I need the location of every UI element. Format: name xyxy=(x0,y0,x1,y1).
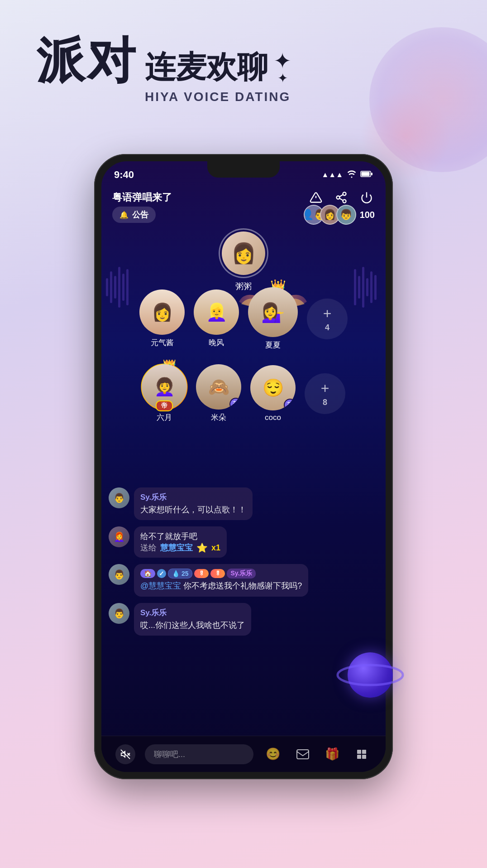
battery-icon xyxy=(360,170,373,179)
announcement-bar: 🔔 公告 xyxy=(112,207,156,223)
badge-special-1: 🎖 xyxy=(194,569,209,578)
seats-row1: 👩 元气酱 👱‍♀️ 晚风 xyxy=(139,287,348,350)
seat-avatar-coco: 😌 艺 xyxy=(250,365,296,410)
badge-num: 💧 25 xyxy=(168,569,192,579)
seat-coco[interactable]: 😌 艺 coco xyxy=(250,365,296,422)
tagline-en: HIYA VOICE DATING xyxy=(145,90,291,104)
svg-line-9 xyxy=(339,195,343,197)
status-time: 9:40 xyxy=(114,169,134,181)
badge-home: 🏠 xyxy=(140,569,155,578)
svg-line-8 xyxy=(339,198,343,201)
chat-text-1: 大家想听什么，可以点歌！！ xyxy=(140,504,246,516)
phone-device: 9:40 ▲▲▲ xyxy=(94,154,393,779)
seat-avatar-xiaxia: 💁‍♀️ xyxy=(248,287,298,337)
gift-count: x1 xyxy=(211,543,220,553)
svg-rect-21 xyxy=(362,755,366,759)
seat-miduo[interactable]: 🙈 艺 米朵 xyxy=(196,364,241,423)
mail-icon xyxy=(293,744,313,764)
power-icon[interactable] xyxy=(358,189,375,206)
chat-username-1: Sy.乐乐 xyxy=(140,492,246,502)
warning-icon[interactable] xyxy=(308,189,324,206)
grid-icon xyxy=(352,744,372,764)
gift-button[interactable]: 🎁 xyxy=(322,744,342,764)
seat-plus-button-2[interactable]: + 8 xyxy=(305,373,345,414)
chat-text-2: 给不了就放手吧 xyxy=(140,531,220,542)
svg-rect-20 xyxy=(357,755,361,759)
main-title: 派对 xyxy=(36,36,138,85)
seat-wanfeng[interactable]: 👱‍♀️ 晚风 xyxy=(194,289,239,348)
chat-avatar-3: 👨 xyxy=(109,564,129,585)
seat-name-yuanqijiang: 元气酱 xyxy=(151,338,174,348)
seat-yuanqijiang[interactable]: 👩 元气酱 xyxy=(139,289,185,348)
seat-name-coco: coco xyxy=(265,413,281,422)
status-icons: ▲▲▲ xyxy=(321,170,373,180)
svg-rect-19 xyxy=(362,750,366,754)
svg-point-7 xyxy=(343,200,346,203)
seat-badge-coco: 艺 xyxy=(284,399,296,410)
host-avatar: 👩 xyxy=(219,228,268,278)
chat-username-4: Sy.乐乐 xyxy=(140,608,245,618)
svg-point-5 xyxy=(343,192,346,195)
chat-avatar-4: 👨 xyxy=(109,603,129,624)
bell-icon: 🔔 xyxy=(119,211,129,219)
wave-left xyxy=(106,242,133,333)
seat-june[interactable]: 👑 👩‍🦱 xyxy=(142,364,187,423)
seat-avatar-miduo: 🙈 艺 xyxy=(196,364,241,410)
chat-input[interactable]: 聊聊吧... xyxy=(145,744,253,764)
chat-bubble-4: Sy.乐乐 哎...你们这些人我啥也不说了 xyxy=(134,603,251,636)
host-seat[interactable]: 👩 粥粥 xyxy=(219,228,268,292)
chat-bubble-3: 🏠 ✓ 💧 25 🎖 🎖 Sy.乐乐 @慧慧宝宝 你不考虑送我个礼物感谢下我吗? xyxy=(134,564,308,596)
seat-badge-miduo: 艺 xyxy=(229,398,241,410)
bottom-bar: 聊聊吧... 😊 🎁 xyxy=(101,736,386,772)
share-icon[interactable] xyxy=(333,189,349,206)
seat-avatar-yuanqijiang: 👩 xyxy=(139,289,185,335)
mail-button[interactable] xyxy=(293,744,313,764)
badge-check: ✓ xyxy=(157,569,166,578)
seat-plus-1[interactable]: + 4 xyxy=(307,299,348,339)
gift-star-icon: ⭐ xyxy=(196,542,208,553)
chat-message-4: 👨 Sy.乐乐 哎...你们这些人我啥也不说了 xyxy=(109,603,378,636)
svg-point-6 xyxy=(337,196,340,199)
badge-special-2: 🎖 xyxy=(210,569,225,578)
seat-plus-2[interactable]: + 8 xyxy=(305,373,345,414)
announcement-text: 公告 xyxy=(132,209,148,220)
seats-row2: 👑 👩‍🦱 xyxy=(142,364,345,423)
sparkle-large-icon: ✦ xyxy=(273,50,291,72)
audience-count: 100 xyxy=(360,210,375,220)
audience-avatar-3: 👦 xyxy=(336,205,356,225)
sub-title-cn: 连麦欢聊 xyxy=(145,47,268,88)
seat-avatar-wanfeng: 👱‍♀️ xyxy=(194,289,239,335)
chat-bubble-2: 给不了就放手吧 送给 慧慧宝宝 ⭐ x1 xyxy=(134,526,227,558)
gift-to-label: 送给 xyxy=(140,542,157,553)
room-actions[interactable] xyxy=(308,189,375,206)
svg-rect-17 xyxy=(297,750,309,759)
plus-icon-1: + xyxy=(323,305,332,322)
plus-icon-2: + xyxy=(321,380,329,397)
emperor-badge: 帝 xyxy=(156,400,173,411)
mute-icon xyxy=(115,744,135,764)
stage-area: 👩 粥粥 👩 元气酱 👱‍♀️ 晚风 xyxy=(101,228,386,482)
seat-plus-button-1[interactable]: + 4 xyxy=(307,299,348,339)
chat-gift-row: 送给 慧慧宝宝 ⭐ x1 xyxy=(140,542,220,553)
chat-text-4: 哎...你们这些人我啥也不说了 xyxy=(140,620,245,631)
grid-button[interactable] xyxy=(352,744,372,764)
seat-name-wanfeng: 晚风 xyxy=(209,338,224,348)
audience-row: 👤 👩 👦 100 xyxy=(304,205,375,225)
chat-area: 👨 Sy.乐乐 大家想听什么，可以点歌！！ 👩‍🦰 给不了就放手吧 送给 慧慧宝… xyxy=(101,487,386,736)
seat-xiaxia[interactable]: 👑 💎 xyxy=(248,287,298,350)
chat-message-1: 👨 Sy.乐乐 大家想听什么，可以点歌！！ xyxy=(109,487,378,520)
mute-button[interactable] xyxy=(115,744,135,764)
chat-message-3: 👨 🏠 ✓ 💧 25 🎖 🎖 Sy.乐乐 @慧慧宝宝 你不考虑送我个礼物感谢下我… xyxy=(109,564,378,596)
svg-rect-2 xyxy=(371,173,372,175)
badge-username: Sy.乐乐 xyxy=(227,569,256,579)
chat-placeholder: 聊聊吧... xyxy=(154,749,185,760)
seat-name-june: 六月 xyxy=(157,412,172,423)
signal-icon: ▲▲▲ xyxy=(321,171,343,179)
seat-name-xiaxia: 夏夏 xyxy=(265,340,281,350)
phone-screen: 9:40 ▲▲▲ xyxy=(101,161,386,772)
svg-rect-1 xyxy=(362,172,370,176)
room-title: 粤语弹唱来了 xyxy=(112,191,172,204)
chat-message-2: 👩‍🦰 给不了就放手吧 送给 慧慧宝宝 ⭐ x1 xyxy=(109,526,378,558)
emoji-button[interactable]: 😊 xyxy=(263,744,283,764)
svg-rect-18 xyxy=(357,750,361,754)
